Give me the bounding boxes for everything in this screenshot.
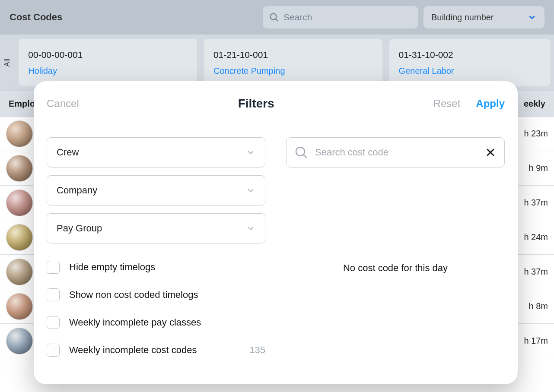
filters-right-column: No cost code for this day — [286, 137, 505, 384]
checkbox-label: Hide empty timelogs — [69, 262, 265, 273]
chevron-down-icon — [246, 186, 255, 195]
select-label: Crew — [57, 147, 79, 158]
checkbox-weekly-pay[interactable] — [47, 316, 60, 329]
reset-button[interactable]: Reset — [433, 98, 461, 110]
no-cost-code-message: No cost code for this day — [286, 262, 505, 274]
checkbox-row-show-non-cost: Show non cost coded timelogs — [47, 288, 265, 301]
chevron-down-icon — [246, 148, 255, 157]
filters-left-column: Crew Company Pay Group — [47, 137, 265, 384]
select-label: Company — [57, 185, 97, 196]
select-label: Pay Group — [57, 223, 102, 234]
modal-body: Crew Company Pay Group — [34, 114, 518, 384]
checkbox-show-non-cost[interactable] — [47, 288, 60, 301]
checkbox-row-hide-empty: Hide empty timelogs — [47, 261, 265, 274]
checkbox-list: Hide empty timelogs Show non cost coded … — [47, 261, 265, 357]
pay-group-select[interactable]: Pay Group — [47, 213, 265, 243]
modal-overlay: Cancel Filters Reset Apply Crew Company — [0, 0, 554, 392]
crew-select[interactable]: Crew — [47, 137, 265, 168]
checkbox-weekly-cost[interactable] — [47, 344, 60, 357]
checkbox-label: Show non cost coded timelogs — [69, 289, 265, 300]
filters-modal: Cancel Filters Reset Apply Crew Company — [34, 81, 518, 384]
cost-code-search-input[interactable] — [315, 147, 478, 158]
chevron-down-icon — [246, 224, 255, 233]
cancel-button[interactable]: Cancel — [47, 98, 79, 110]
company-select[interactable]: Company — [47, 175, 265, 205]
svg-point-2 — [296, 147, 305, 156]
checkbox-count: 135 — [249, 345, 265, 356]
apply-button[interactable]: Apply — [476, 98, 505, 110]
modal-header: Cancel Filters Reset Apply — [34, 93, 518, 114]
svg-line-3 — [303, 155, 306, 158]
checkbox-label: Weekly incomplete cost codes — [69, 345, 240, 356]
checkbox-hide-empty[interactable] — [47, 261, 60, 274]
modal-title: Filters — [238, 97, 274, 111]
search-icon — [294, 145, 308, 159]
checkbox-row-weekly-pay: Weekly incomplete pay classes — [47, 316, 265, 329]
cost-code-search — [286, 137, 505, 168]
close-icon[interactable] — [484, 146, 497, 158]
checkbox-row-weekly-cost: Weekly incomplete cost codes 135 — [47, 344, 265, 357]
checkbox-label: Weekly incomplete pay classes — [69, 317, 265, 328]
